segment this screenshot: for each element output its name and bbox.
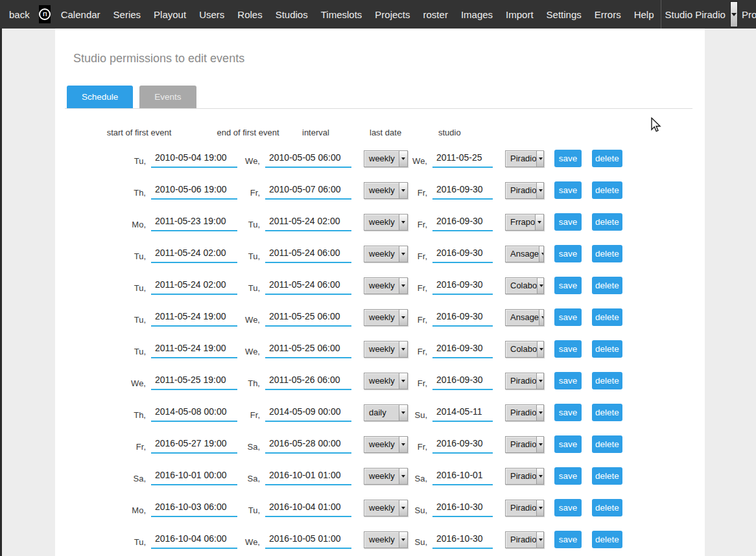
start-datetime-input[interactable] xyxy=(151,181,237,200)
studio-select[interactable]: Colabo xyxy=(505,277,544,294)
end-datetime-input[interactable] xyxy=(265,435,351,454)
last-date-input[interactable] xyxy=(432,308,493,327)
nav-menu-item[interactable]: Timeslots xyxy=(314,9,369,20)
start-datetime-input[interactable] xyxy=(151,150,237,168)
start-datetime-input[interactable] xyxy=(151,372,237,390)
nav-menu-item[interactable]: Studios xyxy=(269,9,314,20)
nav-menu-item[interactable]: Help xyxy=(628,9,661,20)
interval-select[interactable]: weekly xyxy=(364,214,408,231)
delete-button[interactable]: delete xyxy=(592,467,622,485)
interval-select[interactable]: weekly xyxy=(364,500,408,516)
end-datetime-input[interactable] xyxy=(265,308,351,327)
interval-select[interactable]: weekly xyxy=(364,182,408,199)
delete-button[interactable]: delete xyxy=(592,308,622,326)
last-date-input[interactable] xyxy=(432,277,493,295)
interval-select[interactable]: weekly xyxy=(364,150,408,167)
start-datetime-input[interactable] xyxy=(151,340,237,358)
save-button[interactable]: save xyxy=(554,150,582,167)
last-date-input[interactable] xyxy=(432,404,493,422)
studio-dropdown[interactable]: Studio Piradio xyxy=(661,0,738,29)
interval-select[interactable]: weekly xyxy=(364,309,408,326)
start-datetime-input[interactable] xyxy=(151,531,237,549)
delete-button[interactable]: delete xyxy=(592,435,622,453)
studio-select[interactable]: Piradio xyxy=(505,404,544,421)
last-date-input[interactable] xyxy=(432,150,493,168)
studio-select[interactable]: Piradio xyxy=(505,436,544,453)
nav-menu-item[interactable]: Images xyxy=(455,9,499,20)
project-dropdown[interactable]: Project 88vier xyxy=(738,0,756,29)
pi-radio-logo-icon[interactable]: Π xyxy=(39,5,51,23)
delete-button[interactable]: delete xyxy=(592,404,622,421)
studio-select[interactable]: Piradio xyxy=(505,531,544,548)
start-datetime-input[interactable] xyxy=(151,308,237,327)
last-date-input[interactable] xyxy=(432,499,493,517)
end-datetime-input[interactable] xyxy=(265,499,351,517)
tab-schedule[interactable]: Schedule xyxy=(67,86,133,108)
start-datetime-input[interactable] xyxy=(151,277,237,295)
nav-menu-item[interactable]: Roles xyxy=(231,9,268,20)
interval-select[interactable]: weekly xyxy=(364,246,408,262)
last-date-input[interactable] xyxy=(432,372,493,390)
save-button[interactable]: save xyxy=(554,499,582,516)
end-datetime-input[interactable] xyxy=(265,531,351,549)
nav-menu-item[interactable]: Playout xyxy=(147,9,193,20)
save-button[interactable]: save xyxy=(554,435,582,453)
studio-select[interactable]: Piradio xyxy=(505,373,544,389)
delete-button[interactable]: delete xyxy=(592,245,622,262)
save-button[interactable]: save xyxy=(554,213,582,231)
last-date-input[interactable] xyxy=(432,181,493,200)
interval-select[interactable]: weekly xyxy=(364,373,408,389)
save-button[interactable]: save xyxy=(554,467,582,485)
start-datetime-input[interactable] xyxy=(151,245,237,263)
start-datetime-input[interactable] xyxy=(151,213,237,231)
save-button[interactable]: save xyxy=(554,277,582,294)
nav-menu-item[interactable]: Calendar xyxy=(54,9,107,20)
studio-select[interactable]: Piradio xyxy=(505,182,544,199)
delete-button[interactable]: delete xyxy=(592,531,622,548)
end-datetime-input[interactable] xyxy=(265,467,351,485)
studio-select[interactable]: Colabo xyxy=(505,341,544,358)
end-datetime-input[interactable] xyxy=(265,181,351,200)
delete-button[interactable]: delete xyxy=(592,181,622,199)
start-datetime-input[interactable] xyxy=(151,404,237,422)
delete-button[interactable]: delete xyxy=(592,372,622,389)
last-date-input[interactable] xyxy=(432,340,493,358)
interval-select[interactable]: weekly xyxy=(364,341,408,358)
end-datetime-input[interactable] xyxy=(265,213,351,231)
end-datetime-input[interactable] xyxy=(265,340,351,358)
save-button[interactable]: save xyxy=(554,308,582,326)
studio-select[interactable]: Piradio xyxy=(505,500,544,516)
studio-select[interactable]: Piradio xyxy=(505,468,544,485)
save-button[interactable]: save xyxy=(554,340,582,358)
delete-button[interactable]: delete xyxy=(592,499,622,516)
interval-select[interactable]: weekly xyxy=(364,436,408,453)
save-button[interactable]: save xyxy=(554,404,582,421)
studio-select[interactable]: Ansage xyxy=(505,246,544,262)
save-button[interactable]: save xyxy=(554,531,582,548)
delete-button[interactable]: delete xyxy=(592,277,622,294)
save-button[interactable]: save xyxy=(554,181,582,199)
studio-select[interactable]: Frrapo xyxy=(505,214,544,231)
delete-button[interactable]: delete xyxy=(592,150,622,167)
studio-select[interactable]: Piradio xyxy=(505,150,544,167)
nav-menu-item[interactable]: Projects xyxy=(368,9,416,20)
delete-button[interactable]: delete xyxy=(592,340,622,358)
interval-select[interactable]: daily xyxy=(364,404,408,421)
start-datetime-input[interactable] xyxy=(151,435,237,454)
start-datetime-input[interactable] xyxy=(151,467,237,485)
last-date-input[interactable] xyxy=(432,435,493,454)
nav-menu-item[interactable]: Errors xyxy=(588,9,628,20)
nav-menu-item[interactable]: Import xyxy=(499,9,540,20)
end-datetime-input[interactable] xyxy=(265,404,351,422)
nav-menu-item[interactable]: roster xyxy=(417,9,455,20)
delete-button[interactable]: delete xyxy=(592,213,622,231)
nav-menu-item[interactable]: Users xyxy=(193,9,231,20)
end-datetime-input[interactable] xyxy=(265,277,351,295)
interval-select[interactable]: weekly xyxy=(364,277,408,294)
interval-select[interactable]: weekly xyxy=(364,531,408,548)
last-date-input[interactable] xyxy=(432,531,493,549)
last-date-input[interactable] xyxy=(432,245,493,263)
save-button[interactable]: save xyxy=(554,372,582,389)
start-datetime-input[interactable] xyxy=(151,499,237,517)
back-link[interactable]: back xyxy=(0,9,35,20)
